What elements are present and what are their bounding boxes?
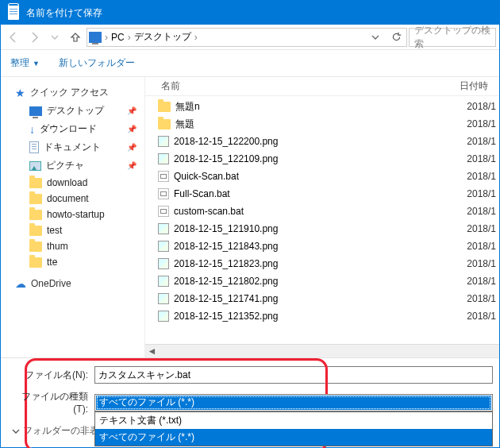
folder-icon [29,210,42,220]
dropdown-history-button[interactable] [367,33,384,41]
sidebar-item-documents[interactable]: ドキュメント 📌 [15,138,144,156]
image-file-icon [158,258,169,269]
download-icon: ↓ [29,123,35,136]
file-row[interactable]: Quick-Scan.bat2018/1 [145,168,499,185]
chevron-down-icon [12,427,20,435]
filetype-dropdown[interactable]: テキスト文書 (*.txt) すべてのファイル (*.*) [94,411,493,446]
image-file-icon [158,241,169,252]
file-row[interactable]: 2018-12-15_122200.png2018/1 [145,133,499,150]
save-panel: ファイル名(N): カスタムスキャン.bat ファイルの種類(T): すべてのフ… [1,357,499,447]
bat-file-icon [158,171,169,182]
image-file-icon [158,136,169,147]
file-date: 2018/1 [467,171,499,182]
file-name: 2018-12-15_121802.png [174,276,278,287]
file-date: 2018/1 [467,118,499,129]
sidebar-item-folder[interactable]: howto-startup [15,207,144,222]
chevron-right-icon: › [128,32,131,43]
command-bar: 整理 ▼ 新しいフォルダー [1,50,499,77]
file-name: Quick-Scan.bat [174,171,239,182]
file-date: 2018/1 [467,223,499,234]
filename-label: ファイル名(N): [7,369,94,382]
new-folder-button[interactable]: 新しいフォルダー [59,56,135,70]
up-button[interactable] [66,28,85,47]
file-date: 2018/1 [467,241,499,252]
file-row[interactable]: 2018-12-15_121823.png2018/1 [145,255,499,272]
file-row[interactable]: custom-scan.bat2018/1 [145,203,499,220]
pin-icon: 📌 [127,125,137,133]
notepad-icon [7,6,20,20]
file-row[interactable]: 2018-12-15_121843.png2018/1 [145,238,499,255]
sidebar-item-folder[interactable]: download [15,175,144,191]
image-file-icon [158,153,169,164]
chevron-right-icon: › [194,32,198,43]
sidebar-quick-access[interactable]: ★ クイック アクセス [15,83,144,102]
file-list[interactable]: 無題n2018/1無題2018/12018-12-15_122200.png20… [145,96,499,344]
file-row[interactable]: 無題2018/1 [145,115,499,133]
file-date: 2018/1 [467,188,499,199]
forward-button[interactable] [25,28,44,47]
folder-icon [29,241,42,252]
file-name: 2018-12-15_121843.png [174,241,278,252]
file-date: 2018/1 [467,311,499,322]
scroll-left-button[interactable]: ◄ [145,346,159,357]
folder-icon [158,119,171,129]
back-button[interactable] [4,28,23,47]
filetype-option-txt[interactable]: テキスト文書 (*.txt) [95,412,492,429]
column-headers[interactable]: 名前 日付時 [145,77,499,96]
recent-locations-button[interactable] [45,28,64,47]
file-row[interactable]: 2018-12-15_121910.png2018/1 [145,220,499,238]
bat-file-icon [158,188,169,199]
star-icon: ★ [15,87,25,99]
navigation-pane: ★ クイック アクセス デスクトップ 📌 ↓ ダウンロード 📌 ドキュメント 📌 [1,77,145,357]
breadcrumb-desktop[interactable]: デスクトップ [134,30,191,44]
search-placeholder: デスクトップの検索 [414,24,490,51]
file-date: 2018/1 [467,153,499,164]
file-row[interactable]: 2018-12-15_121352.png2018/1 [145,307,499,325]
file-row[interactable]: 2018-12-15_121741.png2018/1 [145,290,499,307]
organize-menu[interactable]: 整理 ▼ [10,56,40,70]
filetype-label: ファイルの種類(T): [7,390,94,415]
file-row[interactable]: 2018-12-15_122109.png2018/1 [145,150,499,168]
sidebar-item-desktop[interactable]: デスクトップ 📌 [15,102,144,120]
filetype-option-all[interactable]: すべてのファイル (*.*) [95,429,492,446]
breadcrumb-pc[interactable]: PC [111,32,125,43]
folder-icon [29,194,42,204]
navigation-bar: › PC › デスクトップ › デスクトップの検索 [1,25,499,50]
sidebar-onedrive[interactable]: ☁ OneDrive [15,275,144,292]
search-input[interactable]: デスクトップの検索 [409,28,496,47]
sidebar-item-folder[interactable]: tte [15,254,144,270]
file-name: custom-scan.bat [174,206,244,217]
folder-icon [158,102,171,112]
titlebar: 名前を付けて保存 [1,1,499,25]
filename-input[interactable]: カスタムスキャン.bat [94,366,493,384]
picture-icon [29,161,41,171]
file-name: 無題n [175,100,200,114]
chevron-right-icon: › [105,32,108,43]
address-bar[interactable]: › PC › デスクトップ › [87,28,407,47]
sidebar-item-folder[interactable]: document [15,191,144,207]
file-row[interactable]: 無題n2018/1 [145,98,499,115]
horizontal-scrollbar[interactable]: ◄ [145,344,499,357]
file-row[interactable]: 2018-12-15_121802.png2018/1 [145,272,499,290]
image-file-icon [158,276,169,287]
pin-icon: 📌 [127,106,137,115]
file-name: 2018-12-15_121741.png [174,293,278,304]
file-name: 2018-12-15_121823.png [174,258,278,269]
desktop-icon [29,106,42,116]
filetype-combobox[interactable]: すべてのファイル (*.*) テキスト文書 (*.txt) すべてのファイル (… [94,394,493,411]
sidebar-item-pictures[interactable]: ピクチャ 📌 [15,156,144,175]
pin-icon: 📌 [127,161,137,170]
file-row[interactable]: Full-Scan.bat2018/1 [145,185,499,203]
file-name: 2018-12-15_121910.png [174,223,278,234]
chevron-down-icon: ▼ [33,60,40,68]
sidebar-item-downloads[interactable]: ↓ ダウンロード 📌 [15,120,144,138]
scroll-track[interactable] [159,346,499,357]
sidebar-item-folder[interactable]: test [15,222,144,238]
sidebar-item-folder[interactable]: thum [15,238,144,254]
column-name[interactable]: 名前 [145,79,460,93]
file-date: 2018/1 [467,293,499,304]
file-date: 2018/1 [467,276,499,287]
column-date[interactable]: 日付時 [460,79,499,93]
image-file-icon [158,293,169,304]
refresh-button[interactable] [387,32,405,42]
